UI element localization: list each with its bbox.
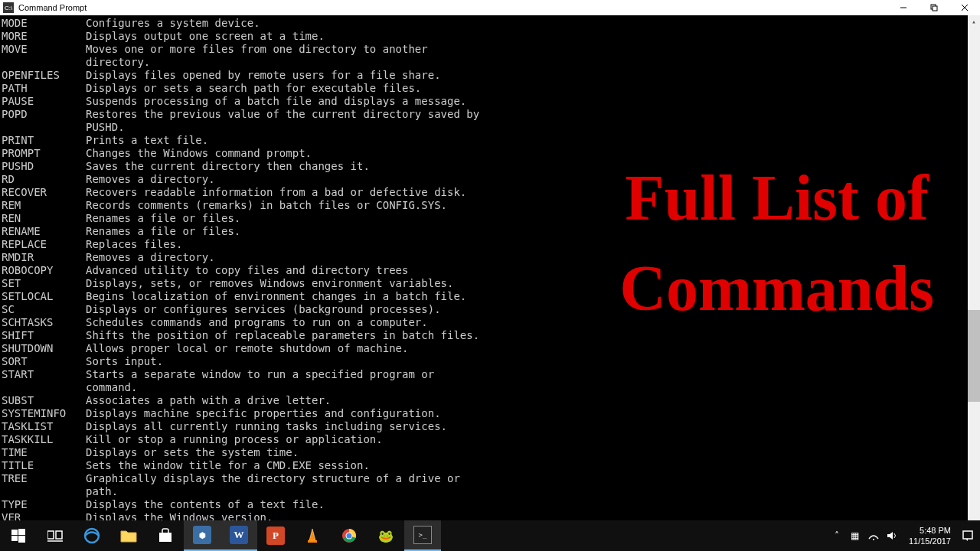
- command-row: SYSTEMINFODisplays machine specific prop…: [2, 407, 980, 420]
- command-name: [2, 121, 86, 134]
- command-prompt-window: C:\ Command Prompt MODEConfigures a syst…: [0, 0, 980, 551]
- command-name: MOVE: [2, 43, 86, 56]
- command-row: TIMEDisplays or sets the system time.: [2, 446, 980, 459]
- taskbar-file-explorer[interactable]: [110, 520, 147, 551]
- command-description: Sorts input.: [86, 355, 163, 368]
- command-description: Renames a file or files.: [86, 212, 240, 225]
- notifications-icon[interactable]: [962, 530, 974, 542]
- command-name: REPLACE: [2, 238, 86, 251]
- taskbar-app-2[interactable]: 🐸: [368, 520, 404, 551]
- command-row: RENRenames a file or files.: [2, 212, 980, 225]
- command-row: PUSHDSaves the current directory then ch…: [2, 160, 980, 173]
- command-description: Moves one or more files from one directo…: [86, 43, 428, 56]
- command-name: SUBST: [2, 394, 86, 407]
- command-name: RD: [2, 173, 86, 186]
- taskbar-cmd[interactable]: >_: [404, 520, 441, 551]
- network-icon[interactable]: [867, 530, 880, 542]
- command-name: OPENFILES: [2, 69, 86, 82]
- date-text: 11/15/2017: [909, 536, 951, 546]
- taskbar-word[interactable]: W: [220, 520, 257, 551]
- scroll-up-arrow-icon[interactable]: ▴: [968, 15, 980, 28]
- svg-rect-8: [18, 536, 25, 543]
- command-description: Removes a directory.: [86, 173, 215, 186]
- command-name: RENAME: [2, 225, 86, 238]
- command-row: TASKKILLKill or stop a running process o…: [2, 433, 980, 446]
- command-name: START: [2, 368, 86, 394]
- command-row: TASKLISTDisplays all currently running t…: [2, 420, 980, 433]
- command-description: Restores the previous value of the curre…: [86, 108, 479, 121]
- command-description: directory.: [86, 56, 150, 69]
- command-description: Displays, sets, or removes Windows envir…: [86, 277, 453, 290]
- command-row: ROBOCOPYAdvanced utility to copy files a…: [2, 264, 980, 277]
- command-row: SETDisplays, sets, or removes Windows en…: [2, 277, 980, 290]
- command-description: Recovers readable information from a bad…: [86, 186, 466, 199]
- command-row: SHIFTShifts the position of replaceable …: [2, 329, 980, 342]
- taskbar-chrome[interactable]: [331, 520, 368, 551]
- command-description: Shifts the position of replaceable param…: [86, 329, 479, 342]
- command-row: RDRemoves a directory.: [2, 173, 980, 186]
- command-row: POPDRestores the previous value of the c…: [2, 108, 980, 121]
- command-row: PRINTPrints a text file.: [2, 134, 980, 147]
- command-row: RENAMERenames a file or files.: [2, 225, 980, 238]
- taskbar-vlc[interactable]: [294, 520, 331, 551]
- command-name: MODE: [2, 17, 86, 30]
- command-name: RMDIR: [2, 251, 86, 264]
- word-icon: W: [230, 526, 248, 544]
- svg-rect-7: [11, 536, 18, 541]
- command-description: PUSHD.: [86, 121, 125, 134]
- volume-icon[interactable]: [886, 530, 898, 542]
- titlebar[interactable]: C:\ Command Prompt: [0, 0, 980, 15]
- command-name: ROBOCOPY: [2, 264, 86, 277]
- edge-icon: [83, 527, 101, 545]
- app-icon: ⬢: [193, 526, 211, 544]
- taskbar-powerpoint[interactable]: P: [257, 520, 294, 551]
- command-row: PROMPTChanges the Windows command prompt…: [2, 147, 980, 160]
- vertical-scrollbar[interactable]: ▴ ▾: [968, 15, 980, 551]
- clock[interactable]: 5:48 PM 11/15/2017: [904, 525, 956, 546]
- command-description: Removes a directory.: [86, 251, 215, 264]
- svg-point-12: [85, 529, 99, 543]
- command-row: MODEConfigures a system device.: [2, 17, 980, 30]
- command-row: REPLACEReplaces files.: [2, 238, 980, 251]
- window-title: Command Prompt: [18, 3, 888, 12]
- taskbar: ⬢ W P 🐸 >_ ˄ ▦ 5:48 PM 11/15/2017: [0, 520, 980, 551]
- command-row: OPENFILESDisplays files opened by remote…: [2, 69, 980, 82]
- system-tray: ˄ ▦ 5:48 PM 11/15/2017: [825, 525, 980, 546]
- command-row: TYPEDisplays the contents of a text file…: [2, 498, 980, 511]
- taskbar-edge[interactable]: [74, 520, 110, 551]
- command-description: Displays files opened by remote users fo…: [86, 69, 441, 82]
- terminal-area[interactable]: MODEConfigures a system device.MOREDispl…: [0, 15, 980, 551]
- command-description: Allows proper local or remote shutdown o…: [86, 342, 408, 355]
- svg-rect-13: [159, 533, 172, 542]
- task-view-button[interactable]: [37, 520, 74, 551]
- powerpoint-icon: P: [266, 527, 285, 545]
- cmd-taskbar-icon: >_: [413, 526, 432, 544]
- command-description: Associates a path with a drive letter.: [86, 394, 331, 407]
- close-button[interactable]: [949, 0, 980, 15]
- tray-chevron-icon[interactable]: ˄: [831, 530, 843, 542]
- command-description: Changes the Windows command prompt.: [86, 147, 312, 160]
- svg-rect-19: [963, 531, 972, 539]
- generic-app-icon: 🐸: [377, 527, 395, 545]
- taskbar-store[interactable]: [147, 520, 184, 551]
- command-name: PAUSE: [2, 95, 86, 108]
- command-name: REN: [2, 212, 86, 225]
- command-row: SORTSorts input.: [2, 355, 980, 368]
- vlc-icon: [303, 527, 322, 545]
- command-row: REMRecords comments (remarks) in batch f…: [2, 199, 980, 212]
- scroll-thumb[interactable]: [968, 310, 980, 402]
- start-button[interactable]: [0, 520, 37, 551]
- tray-app-icon[interactable]: ▦: [849, 530, 861, 542]
- command-description: Replaces files.: [86, 238, 182, 251]
- cmd-icon: C:\: [3, 2, 14, 13]
- svg-rect-6: [18, 529, 25, 535]
- command-name: TIME: [2, 446, 86, 459]
- minimize-button[interactable]: [888, 0, 919, 15]
- command-row: PUSHD.: [2, 121, 980, 134]
- maximize-button[interactable]: [919, 0, 949, 15]
- command-description: Displays the contents of a text file.: [86, 498, 325, 511]
- command-description: path.: [86, 485, 118, 498]
- command-name: PRINT: [2, 134, 86, 147]
- command-row: MOREDisplays output one screen at a time…: [2, 30, 980, 43]
- taskbar-app-1[interactable]: ⬢: [184, 520, 220, 551]
